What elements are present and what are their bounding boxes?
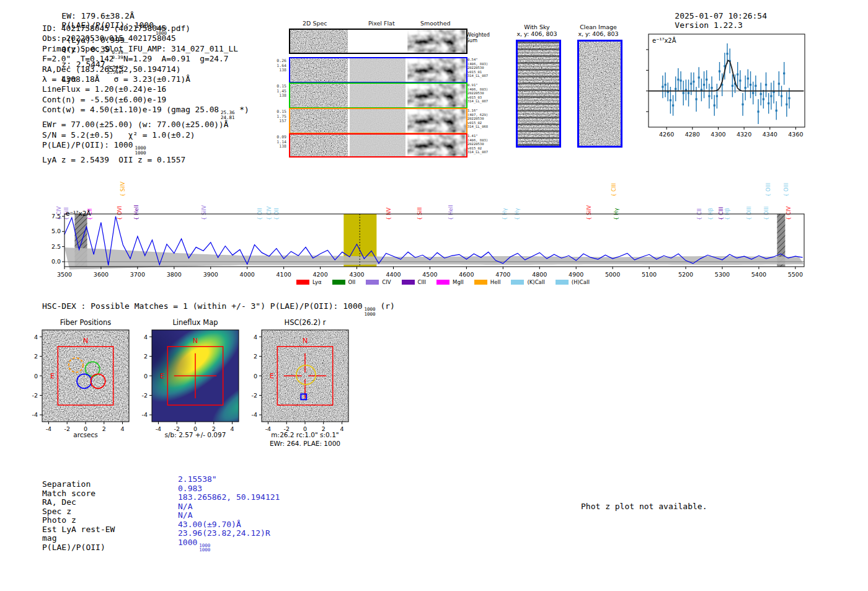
svg-text:2.5: 2.5 — [51, 243, 61, 250]
svg-text:7.5: 7.5 — [51, 213, 61, 220]
hsc-dex-summary: HSC-DEX : Possible Matches = 1 (within +… — [42, 301, 395, 316]
svg-text:4: 4 — [144, 334, 148, 340]
svg-text:2: 2 — [34, 353, 38, 360]
svg-text:5000: 5000 — [605, 271, 620, 278]
detection-info-block: ID: 4021758045 (4021758045.pdf)Obs: 2022… — [42, 24, 249, 165]
svg-text:3900: 3900 — [203, 271, 218, 278]
spec2d-row — [289, 108, 467, 134]
svg-text:4000: 4000 — [240, 271, 255, 278]
sky-panel-title: Clean Imagex, y: 406, 803 — [566, 24, 631, 37]
legend-item: HeII — [474, 279, 501, 285]
emission-line-label: { SiIV — [120, 182, 126, 197]
match-row-label: mag — [42, 534, 115, 543]
spec2d-row — [289, 82, 467, 109]
svg-text:4340: 4340 — [763, 131, 777, 138]
legend-item: Lyα — [296, 279, 322, 285]
svg-text:4100: 4100 — [277, 271, 291, 278]
match-row-label: Est LyA rest-EW — [42, 525, 115, 535]
svg-text:0: 0 — [144, 373, 148, 380]
legend-item: MgII — [436, 279, 464, 285]
clean-image — [577, 40, 622, 148]
hsc-cutout: NE-4-4-2-2002244 — [241, 316, 358, 443]
match-row-value: 43.00(±9.70)Å — [178, 520, 280, 530]
line-fit-plot: -2024426042804300432043404360 — [645, 31, 831, 142]
spectrum-legend: LyαOIICIVCIIIMgIIHeII(K)CaII(H)CaII — [296, 275, 600, 287]
svg-text:E: E — [270, 372, 274, 380]
svg-text:5300: 5300 — [715, 271, 730, 278]
svg-text:-2: -2 — [32, 392, 38, 399]
match-row-label: RA, Dec — [42, 498, 115, 507]
svg-text:4360: 4360 — [788, 131, 803, 138]
spec2d-title-1: 2D Spec — [303, 20, 327, 27]
info-line: P(LAE)/P(OII): 100010001000 — [42, 140, 249, 155]
hsc-caption-1: m:26.2 rc:1.0" s:0.1" — [249, 431, 361, 438]
match-row-value: 2.15538" — [178, 475, 280, 484]
svg-text:5200: 5200 — [678, 271, 693, 278]
info-line: F=2.0" T=0.142 N=1.29 A=0.91 g=24.7 — [42, 54, 249, 64]
legend-item: (K)CaII — [511, 279, 544, 285]
zoom-plot-units-label: e⁻¹⁷x2Å — [652, 37, 676, 44]
svg-text:E: E — [50, 372, 55, 380]
svg-text:3800: 3800 — [167, 271, 182, 278]
match-row-value: N/A — [178, 502, 280, 512]
spec2d-row-annotation: 1.41"(406, 803)20220530v015_02314_LL_087 — [467, 134, 492, 154]
spec2d-row-stats: 0.091.14138 — [272, 135, 286, 149]
emission-line-label: { CIII — [611, 183, 617, 197]
spec2d-row-annotation: 1.16"(407, 629)20220530v015_02314_LL_068 — [467, 109, 492, 129]
info-line: ID: 4021758045 (4021758045.pdf) — [42, 24, 249, 33]
match-row-label: P(LAE)/P(OII) — [42, 543, 115, 553]
svg-text:N: N — [193, 337, 198, 345]
match-row-label: Match score — [42, 489, 115, 499]
spec2d-row — [289, 57, 467, 83]
svg-text:N: N — [303, 337, 308, 345]
svg-text:5100: 5100 — [642, 271, 657, 278]
svg-text:4280: 4280 — [685, 131, 700, 138]
svg-text:0.0: 0.0 — [51, 258, 61, 265]
match-row-value: 23.96(23.82,24.12)R — [178, 529, 280, 538]
with-sky-image — [516, 40, 561, 148]
svg-text:-4: -4 — [32, 411, 38, 418]
svg-text:5.0: 5.0 — [51, 228, 61, 234]
svg-text:3500: 3500 — [57, 271, 72, 278]
svg-text:3700: 3700 — [130, 271, 145, 278]
main-plot-units-label: e⁻¹⁷x2Å — [66, 210, 91, 217]
svg-text:N: N — [83, 337, 88, 345]
fiber-positions-cutout: NE-4-4-2-2002244 — [21, 316, 139, 443]
legend-item: (H)CaII — [556, 279, 590, 285]
legend-item: CIV — [366, 279, 391, 285]
match-row-value: 183.265862, 50.194121 — [178, 493, 280, 502]
svg-text:3600: 3600 — [94, 271, 108, 278]
info-line: LineFlux = 1.20(±0.24)e-16 — [42, 84, 249, 94]
weighted-sum-label: Weighted Sum — [466, 32, 490, 43]
match-table-values: 2.15538"0.983183.265862, 50.194121N/AN/A… — [178, 475, 280, 553]
svg-text:4: 4 — [34, 334, 38, 340]
svg-text:-2: -2 — [252, 392, 257, 399]
match-row-value: 0.983 — [178, 484, 280, 494]
svg-text:0: 0 — [254, 373, 257, 380]
emission-line-label: { OIII — [765, 183, 771, 197]
match-row-label: Spec z — [42, 507, 115, 517]
spec2d-row-annotation: 0.91"(406, 803)20220530v015_03314_LL_087 — [467, 83, 492, 104]
emission-line-label: { OIII — [783, 183, 789, 197]
spec2d-row — [289, 133, 467, 158]
svg-text:-4: -4 — [142, 411, 148, 418]
photz-note: Phot z plot not available. — [581, 502, 707, 511]
fiber-xlabel: arcsecs — [42, 431, 129, 438]
legend-item: CIII — [402, 279, 426, 285]
sky-panel-title: With Skyx, y: 406, 803 — [505, 24, 569, 37]
svg-text:5500: 5500 — [788, 271, 803, 278]
svg-text:4: 4 — [254, 334, 257, 340]
match-row-label: Photo z — [42, 516, 115, 525]
info-line: Cont(w) = 4.50(±1.10)e-19 (gmag 25.0825.… — [42, 105, 249, 120]
info-line: S/N = 5.2(±0.5) χ² = 1.0(±0.2) — [42, 130, 249, 140]
svg-text:5400: 5400 — [751, 271, 766, 278]
elixer-report: EW: 179.6±38.2Å P(LAE)/P(OII): 100010001… — [0, 0, 868, 591]
match-row-label: Separation — [42, 480, 115, 489]
match-table-labels: SeparationMatch scoreRA, DecSpec zPhoto … — [42, 480, 115, 552]
svg-text:4320: 4320 — [737, 131, 751, 138]
header-ew: EW: 179.6±38.2Å — [61, 11, 134, 20]
svg-text:0: 0 — [34, 373, 38, 380]
info-line: Cont(n) = -5.50(±6.00)e-19 — [42, 95, 249, 105]
info-line: EWr = 77.00(±25.00) (w: 77.00(±25.00))Å — [42, 120, 249, 130]
svg-text:-2: -2 — [142, 392, 148, 399]
